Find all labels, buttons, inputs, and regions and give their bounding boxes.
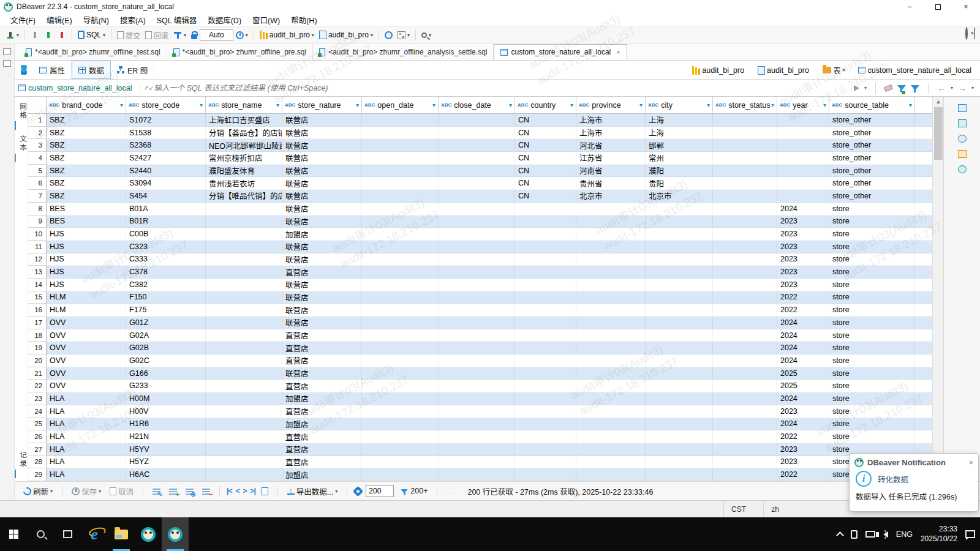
cell[interactable]	[515, 430, 576, 443]
row-number[interactable]: 17	[28, 317, 47, 329]
cell[interactable]	[646, 329, 713, 342]
prev-row-button[interactable]: <	[235, 487, 239, 495]
column-filter-icon[interactable]: ▾	[432, 102, 435, 108]
editor-tab[interactable]: custom_store_nature_all_local×	[494, 44, 627, 60]
cell[interactable]	[713, 380, 777, 392]
cell[interactable]: HLM	[47, 304, 126, 317]
cell[interactable]	[515, 342, 576, 354]
cell[interactable]	[713, 304, 777, 317]
cell[interactable]	[713, 317, 777, 329]
duplicate-row-button[interactable]: ⊕	[183, 486, 196, 496]
cell[interactable]	[439, 190, 515, 203]
cell[interactable]	[576, 354, 646, 367]
cell[interactable]	[206, 430, 282, 443]
forward-dropdown[interactable]: ▾	[971, 85, 974, 91]
cell[interactable]: C00B	[126, 228, 206, 241]
cell[interactable]	[206, 216, 282, 228]
cell[interactable]: 联营店	[282, 304, 362, 317]
cell[interactable]: S1072	[126, 114, 206, 127]
dbeaver-taskbar-button[interactable]	[135, 517, 162, 551]
cell[interactable]	[576, 253, 646, 266]
path-folder[interactable]: 表▾	[820, 63, 848, 77]
cell[interactable]	[515, 228, 576, 241]
add-row-button[interactable]: +	[167, 486, 179, 496]
cell[interactable]	[362, 216, 439, 228]
schema-selector[interactable]: audit_bi_pro▾	[317, 29, 375, 40]
row-number[interactable]: 11	[28, 241, 47, 253]
cell[interactable]	[515, 468, 576, 481]
column-header-store_code[interactable]: ABCstore_code▾	[126, 97, 206, 113]
cell[interactable]: 直营店	[282, 456, 362, 469]
cell[interactable]	[362, 279, 439, 291]
cell[interactable]: 2024	[777, 203, 829, 216]
cell[interactable]: 2023	[777, 266, 829, 279]
cell[interactable]	[439, 203, 515, 216]
cell[interactable]: 上海	[646, 114, 713, 127]
cell[interactable]	[646, 317, 713, 329]
cell[interactable]	[515, 354, 576, 367]
cell[interactable]	[439, 418, 515, 431]
cell[interactable]: 2024	[777, 317, 829, 329]
row-number[interactable]: 26	[28, 430, 47, 443]
column-header-year[interactable]: ABCyear▾	[777, 97, 829, 113]
cell[interactable]	[362, 177, 439, 190]
apply-filter-icon[interactable]	[854, 85, 859, 91]
cell[interactable]: 濮阳	[646, 165, 713, 178]
cell[interactable]	[576, 430, 646, 443]
cell[interactable]: HLA	[47, 468, 126, 481]
cell[interactable]: 上海市	[576, 127, 646, 140]
tab-close-icon[interactable]: ×	[616, 48, 620, 56]
cell[interactable]	[713, 468, 777, 481]
cell[interactable]: 河北省	[576, 139, 646, 152]
cell[interactable]	[362, 114, 439, 127]
row-number[interactable]: 8	[28, 203, 47, 216]
cell[interactable]: 加盟店	[282, 392, 362, 405]
cell[interactable]: H6AC	[126, 468, 206, 481]
cell[interactable]	[515, 203, 576, 216]
row-number[interactable]: 2	[28, 127, 47, 140]
menu-item[interactable]: 数据库(D)	[202, 13, 247, 27]
cell[interactable]: SBZ	[47, 139, 126, 152]
open-view-icon[interactable]	[3, 60, 11, 67]
grid-view-icon[interactable]	[15, 121, 16, 130]
cell[interactable]	[777, 139, 829, 152]
cell[interactable]: 联营店	[282, 253, 362, 266]
maximize-button[interactable]	[924, 0, 952, 13]
cell[interactable]: store	[829, 203, 915, 216]
cell[interactable]: 加盟店	[282, 228, 362, 241]
cell[interactable]: store	[829, 304, 915, 317]
cell[interactable]	[362, 342, 439, 354]
fetch-size-input[interactable]	[366, 485, 394, 497]
cell[interactable]	[206, 279, 282, 291]
cell[interactable]	[646, 253, 713, 266]
action-center-icon[interactable]	[965, 530, 975, 538]
perspective-button[interactable]	[974, 28, 975, 39]
cell[interactable]: OVV	[47, 329, 126, 342]
cell[interactable]: 2024	[777, 392, 829, 405]
cell[interactable]	[206, 367, 282, 380]
cell[interactable]	[576, 228, 646, 241]
fetch-more-button[interactable]: 200+	[398, 485, 430, 497]
cancel-button[interactable]: 取消	[107, 484, 136, 498]
panel-icon[interactable]	[958, 104, 967, 112]
cell[interactable]: HLA	[47, 430, 126, 443]
cell[interactable]: 北京市	[576, 190, 646, 203]
cell[interactable]	[206, 253, 282, 266]
reconnect-button[interactable]	[42, 29, 55, 40]
cell[interactable]	[439, 456, 515, 469]
cell[interactable]: SBZ	[47, 127, 126, 140]
cell[interactable]	[713, 354, 777, 367]
column-filter-icon[interactable]: ▾	[707, 102, 710, 108]
dashboard-button[interactable]	[382, 30, 395, 40]
clear-filter-icon[interactable]	[884, 84, 893, 92]
column-filter-icon[interactable]: ▾	[200, 102, 203, 108]
text-view-tab[interactable]: 文本	[15, 135, 28, 152]
cell[interactable]: 邯郸	[646, 139, 713, 152]
cell[interactable]: HLA	[47, 418, 126, 431]
cell[interactable]	[713, 152, 777, 165]
cell[interactable]	[206, 304, 282, 317]
cell[interactable]: C333	[126, 253, 206, 266]
cell[interactable]: 加盟店	[282, 418, 362, 431]
cell[interactable]: 2024	[777, 354, 829, 367]
cell[interactable]: S1538	[126, 127, 206, 140]
